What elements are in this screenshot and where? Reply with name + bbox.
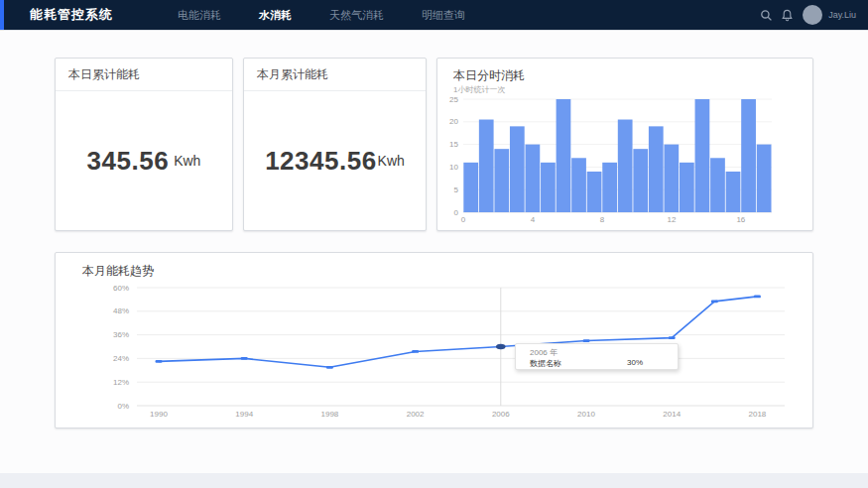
- x-axis-label: 2002: [407, 410, 425, 419]
- bar[interactable]: [479, 120, 494, 212]
- x-axis-label: 0: [461, 215, 466, 224]
- bar[interactable]: [726, 172, 741, 212]
- y-axis-label: 48%: [113, 306, 129, 315]
- y-axis-label: 25: [449, 95, 458, 104]
- data-point[interactable]: [754, 296, 761, 299]
- bar[interactable]: [510, 126, 525, 212]
- nav-item-3[interactable]: 天然气消耗: [310, 0, 403, 30]
- card-daily-total: 本日累计能耗 345.56 Kwh: [55, 58, 233, 231]
- x-axis-label: 2006: [492, 410, 510, 419]
- username-label: Jay.Liu: [828, 10, 856, 20]
- bar[interactable]: [541, 163, 556, 212]
- x-axis-label: 1998: [321, 410, 339, 419]
- bar[interactable]: [741, 99, 756, 212]
- navbar: 能耗管控系统 电能消耗水消耗天然气消耗明细查询 Jay.Liu: [0, 0, 868, 30]
- main-content: 本日累计能耗 345.56 Kwh 本月累计能耗 12345.56 Kwh 本日…: [0, 30, 868, 473]
- app-title: 能耗管控系统: [30, 6, 113, 24]
- y-axis-label: 24%: [113, 354, 129, 363]
- bar[interactable]: [602, 163, 617, 212]
- data-point[interactable]: [156, 360, 163, 363]
- bar[interactable]: [649, 126, 664, 212]
- y-axis-label: 36%: [113, 330, 129, 339]
- user-avatar[interactable]: [803, 5, 822, 25]
- x-axis-label: 1990: [150, 410, 168, 419]
- card-monthly-total: 本月累计能耗 12345.56 Kwh: [243, 58, 427, 231]
- x-axis-label: 8: [600, 215, 605, 224]
- y-axis-label: 10: [449, 163, 458, 172]
- x-axis-label: 4: [531, 215, 536, 224]
- tooltip-series-label: 数据名称: [530, 358, 561, 369]
- data-point[interactable]: [669, 336, 676, 339]
- data-point[interactable]: [711, 300, 718, 303]
- bar[interactable]: [526, 145, 541, 212]
- bar[interactable]: [463, 163, 478, 212]
- x-axis-label: 2010: [577, 410, 595, 419]
- bar[interactable]: [757, 145, 772, 212]
- navbar-right: Jay.Liu: [752, 5, 856, 25]
- x-axis-label: 1994: [235, 410, 253, 419]
- hourly-bar-chart: 05101520250481216: [437, 59, 812, 230]
- y-axis-label: 60%: [113, 284, 129, 293]
- bar[interactable]: [618, 120, 633, 212]
- card-monthly-total-title: 本月累计能耗: [244, 59, 426, 91]
- y-axis-label: 20: [449, 117, 458, 126]
- card-hourly-consumption: 本日分时消耗 1小时统计一次 05101520250481216: [436, 58, 813, 231]
- y-axis-label: 12%: [113, 378, 129, 387]
- x-axis-label: 16: [736, 215, 745, 224]
- bar[interactable]: [664, 145, 679, 212]
- daily-total-value: 345.56: [87, 146, 170, 177]
- y-axis-label: 0: [454, 208, 459, 217]
- bar[interactable]: [557, 99, 571, 212]
- bar[interactable]: [680, 163, 694, 212]
- y-axis-label: 0%: [117, 402, 129, 411]
- bar[interactable]: [587, 172, 602, 212]
- data-point[interactable]: [326, 366, 333, 369]
- bar[interactable]: [710, 158, 725, 212]
- bell-icon[interactable]: [780, 8, 794, 22]
- bar[interactable]: [571, 158, 586, 212]
- card-monthly-trend: 本月能耗趋势 0%12%24%36%48%60%1990199419982002…: [55, 252, 813, 428]
- data-point-hovered[interactable]: [496, 344, 506, 349]
- tooltip-value-label: 30%: [627, 358, 643, 367]
- monthly-total-unit: Kwh: [378, 153, 405, 169]
- data-point[interactable]: [241, 357, 248, 360]
- bar[interactable]: [633, 149, 648, 212]
- monthly-total-value: 12345.56: [265, 146, 376, 177]
- nav-item-1[interactable]: 电能消耗: [159, 0, 240, 30]
- data-point[interactable]: [583, 339, 590, 342]
- card-daily-total-title: 本日累计能耗: [56, 59, 232, 91]
- x-axis-label: 12: [667, 215, 676, 224]
- search-icon[interactable]: [759, 8, 773, 22]
- x-axis-label: 2014: [663, 410, 681, 419]
- tooltip-year-label: 2006 年: [530, 347, 558, 358]
- navbar-menu: 电能消耗水消耗天然气消耗明细查询: [159, 0, 484, 30]
- card-monthly-total-body: 12345.56 Kwh: [244, 91, 426, 230]
- daily-total-unit: Kwh: [174, 153, 200, 169]
- navbar-accent-bar: [0, 0, 4, 30]
- card-daily-total-body: 345.56 Kwh: [56, 91, 232, 230]
- data-point[interactable]: [412, 350, 419, 353]
- nav-item-4[interactable]: 明细查询: [403, 0, 484, 30]
- y-axis-label: 15: [449, 140, 458, 149]
- x-axis-label: 2018: [749, 410, 767, 419]
- nav-item-2[interactable]: 水消耗: [240, 0, 310, 30]
- bar[interactable]: [695, 99, 710, 212]
- trend-line-chart: 0%12%24%36%48%60%19901994199820022006201…: [56, 253, 812, 427]
- bar[interactable]: [494, 149, 509, 212]
- chart-tooltip: 2006 年 数据名称 30%: [515, 343, 679, 370]
- y-axis-label: 5: [454, 185, 459, 194]
